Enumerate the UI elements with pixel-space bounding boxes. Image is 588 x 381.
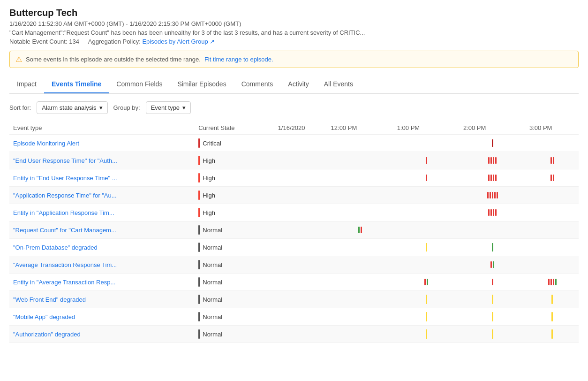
timeline-cell: [526, 204, 579, 221]
timeline-cell: [526, 135, 579, 152]
state-text: High: [203, 157, 215, 164]
state-bar: [198, 329, 200, 339]
tab-similar-episodes[interactable]: Similar Episodes: [170, 76, 234, 93]
timeline-cell: [327, 187, 393, 204]
event-link[interactable]: "Application Response Time" for "Au...: [13, 192, 117, 199]
fit-time-range-link[interactable]: Fit time range to episode.: [204, 56, 273, 63]
page-title: Buttercup Tech: [9, 8, 579, 18]
tab-impact[interactable]: Impact: [9, 76, 44, 93]
tick-mark: [493, 261, 494, 268]
state-bar: [198, 260, 200, 269]
state-cell: Normal: [195, 274, 274, 291]
timeline-cell: [460, 239, 526, 256]
agg-policy-link[interactable]: Episodes by Alert Group ↗: [142, 38, 215, 45]
event-link[interactable]: "Mobile App" degraded: [13, 313, 75, 320]
notable-count-label: Notable Event Count:: [9, 38, 68, 45]
tick-mark: [426, 157, 427, 164]
event-link[interactable]: "Request Count" for "Cart Managem...: [13, 227, 116, 234]
event-type-cell: "Average Transaction Response Tim...: [9, 256, 195, 274]
state-cell: Normal: [195, 308, 274, 326]
tick-mark: [495, 175, 497, 181]
table-row: "Authorization" degradedNormal: [9, 326, 579, 343]
time-range: 1/16/2020 11:52:30 AM GMT+0000 (GMT) - 1…: [9, 20, 579, 27]
table-row: "End User Response Time" for "Auth...Hig…: [9, 152, 579, 169]
state-text: High: [203, 192, 215, 199]
tick-mark: [490, 209, 492, 216]
controls-bar: Sort for: Alarm state analysis ▾ Group b…: [9, 101, 579, 114]
timeline-cell: [460, 187, 526, 204]
tab-comments[interactable]: Comments: [234, 76, 281, 93]
tab-events-timeline[interactable]: Events Timeline: [44, 76, 109, 93]
state-text: High: [203, 175, 215, 182]
state-text: High: [203, 209, 215, 216]
table-row: Entity in "Application Response Tim...Hi…: [9, 204, 579, 221]
timeline-cell: [393, 152, 460, 169]
tab-common-fields[interactable]: Common Fields: [109, 76, 170, 93]
event-link[interactable]: "On-Prem Database" degraded: [13, 244, 98, 251]
group-chevron-icon: ▾: [182, 104, 186, 111]
timeline-cell: [526, 239, 579, 256]
tick-mark: [427, 279, 428, 285]
timeline-cell: [393, 274, 460, 291]
timeline-cell: [327, 239, 393, 256]
event-link[interactable]: Entity in "Average Transaction Resp...: [13, 279, 115, 286]
tab-activity[interactable]: Activity: [280, 76, 316, 93]
state-cell: Normal: [195, 221, 274, 239]
agg-policy-label: Aggregation Policy:: [88, 38, 141, 45]
timeline-cell: [526, 221, 579, 239]
tick-mark: [426, 175, 427, 181]
event-link[interactable]: "Average Transaction Response Tim...: [13, 261, 117, 268]
state-bar: [198, 243, 200, 252]
group-label: Group by:: [113, 104, 140, 111]
state-text: Critical: [203, 140, 221, 147]
event-link[interactable]: "Authorization" degraded: [13, 331, 81, 338]
state-cell: High: [195, 169, 274, 187]
event-link[interactable]: Entity in "Application Response Tim...: [13, 209, 114, 216]
state-bar: [198, 156, 200, 165]
tick-mark: [550, 279, 552, 285]
tick-mark: [493, 157, 494, 164]
state-text: Normal: [203, 244, 222, 251]
tick-mark: [551, 295, 553, 304]
state-bar: [198, 295, 200, 304]
tick-mark: [495, 157, 497, 164]
tick-mark: [426, 329, 427, 339]
tick-mark: [492, 329, 493, 339]
timeline-cell: [274, 221, 327, 239]
state-cell: High: [195, 204, 274, 221]
timeline-cell: [393, 326, 460, 343]
event-link[interactable]: "End User Response Time" for "Auth...: [13, 157, 117, 164]
tab-all-events[interactable]: All Events: [317, 76, 361, 93]
timeline-cell: [327, 256, 393, 274]
timeline-cell: [327, 326, 393, 343]
event-link[interactable]: Entity in "End User Response Time" ...: [13, 175, 117, 182]
timeline-cell: [460, 221, 526, 239]
state-bar: [198, 173, 200, 183]
tick-mark: [358, 227, 360, 233]
sort-dropdown[interactable]: Alarm state analysis ▾: [37, 101, 107, 114]
event-type-cell: "Authorization" degraded: [9, 326, 195, 343]
state-cell: Normal: [195, 256, 274, 274]
timeline-cell: [460, 274, 526, 291]
event-type-cell: "Web Front End" degraded: [9, 291, 195, 308]
tick-mark: [426, 243, 427, 251]
tick-mark: [497, 192, 498, 198]
timeline-cell: [274, 291, 327, 308]
sort-label: Sort for:: [9, 104, 31, 111]
group-dropdown[interactable]: Event type ▾: [146, 101, 191, 114]
timeline-cell: [393, 187, 460, 204]
table-row: Entity in "Average Transaction Resp...No…: [9, 274, 579, 291]
table-row: "Request Count" for "Cart Managem...Norm…: [9, 221, 579, 239]
event-link[interactable]: "Web Front End" degraded: [13, 296, 86, 303]
state-cell: Normal: [195, 291, 274, 308]
timeline-cell: [274, 135, 327, 152]
tick-mark: [493, 209, 494, 216]
state-cell: High: [195, 152, 274, 169]
event-link[interactable]: Episode Monitoring Alert: [13, 140, 79, 147]
timeline-cell: [393, 169, 460, 187]
timeline-cell: [393, 308, 460, 326]
notable-count-value: 134: [69, 38, 79, 45]
tick-mark: [488, 209, 490, 216]
sort-value: Alarm state analysis: [42, 104, 96, 111]
timeline-cell: [526, 291, 579, 308]
